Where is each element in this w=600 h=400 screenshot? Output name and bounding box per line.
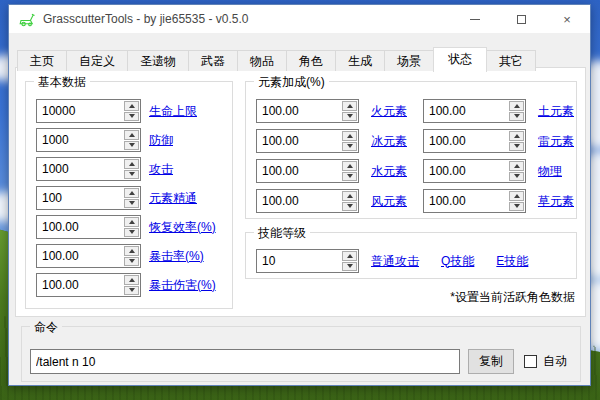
spinner-value[interactable]: 100.00: [257, 100, 341, 122]
spinner-up-icon[interactable]: [124, 275, 139, 285]
spinner-down-icon[interactable]: [509, 172, 524, 182]
minimize-button[interactable]: [452, 5, 498, 33]
spinner-up-icon[interactable]: [342, 191, 357, 201]
spinner-down-icon[interactable]: [342, 172, 357, 182]
elemental-mastery-link[interactable]: 元素精通: [149, 190, 197, 207]
anemo-link[interactable]: 风元素: [371, 193, 423, 210]
spinner-up-icon[interactable]: [342, 131, 357, 141]
spinner-up-icon[interactable]: [124, 130, 139, 140]
maximize-button[interactable]: [498, 5, 544, 33]
spinner-up-icon[interactable]: [124, 217, 139, 227]
pyro-bonus-spinner[interactable]: 100.00: [256, 99, 359, 123]
crit-rate-link[interactable]: 暴击率(%): [149, 248, 204, 265]
spinner-up-icon[interactable]: [342, 101, 357, 111]
copy-button[interactable]: 复制: [468, 349, 514, 374]
energy-recharge-link[interactable]: 恢复效率(%): [149, 219, 216, 236]
skill-level-spinner[interactable]: 10: [256, 249, 359, 273]
spinner-down-icon[interactable]: [124, 141, 139, 151]
spinner-value[interactable]: 100.00: [37, 274, 123, 296]
spinner-down-icon[interactable]: [124, 199, 139, 209]
electro-bonus-spinner[interactable]: 100.00: [423, 129, 526, 153]
geo-link[interactable]: 土元素: [538, 103, 574, 120]
spinner-value[interactable]: 100.00: [257, 130, 341, 152]
hydro-bonus-spinner[interactable]: 100.00: [256, 159, 359, 183]
q-skill-link[interactable]: Q技能: [441, 253, 474, 270]
hydro-link[interactable]: 水元素: [371, 163, 423, 180]
physical-bonus-spinner[interactable]: 100.00: [423, 159, 526, 183]
tab-spawn[interactable]: 生成: [335, 50, 385, 71]
spinner-up-icon[interactable]: [124, 246, 139, 256]
spinner-value[interactable]: 100.00: [257, 160, 341, 182]
spinner-down-icon[interactable]: [509, 202, 524, 212]
spinner-up-icon[interactable]: [509, 131, 524, 141]
spinner-down-icon[interactable]: [124, 112, 139, 122]
defense-spinner[interactable]: 1000: [36, 128, 141, 152]
spinner-up-icon[interactable]: [124, 101, 139, 111]
spinner-down-icon[interactable]: [342, 262, 357, 272]
tab-items[interactable]: 物品: [237, 50, 287, 71]
normal-attack-link[interactable]: 普通攻击: [371, 253, 419, 270]
tab-home[interactable]: 主页: [17, 50, 67, 71]
spinner-up-icon[interactable]: [509, 191, 524, 201]
spinner-down-icon[interactable]: [124, 286, 139, 296]
hp-limit-spinner[interactable]: 10000: [36, 99, 141, 123]
spinner-down-icon[interactable]: [124, 257, 139, 267]
spinner-down-icon[interactable]: [124, 170, 139, 180]
spinner-value[interactable]: 1000: [37, 158, 123, 180]
spinner-value[interactable]: 100.00: [37, 216, 123, 238]
crit-rate-spinner[interactable]: 100.00: [36, 244, 141, 268]
physical-link[interactable]: 物理: [538, 163, 562, 180]
spinner-value[interactable]: 100.00: [424, 100, 508, 122]
command-input[interactable]: [30, 349, 460, 374]
attack-link[interactable]: 攻击: [149, 161, 173, 178]
auto-checkbox-label[interactable]: 自动: [543, 353, 567, 370]
defense-link[interactable]: 防御: [149, 132, 173, 149]
spinner-value[interactable]: 100.00: [257, 190, 341, 212]
hp-limit-link[interactable]: 生命上限: [149, 103, 197, 120]
spinner-value[interactable]: 100.00: [37, 245, 123, 267]
spinner-value[interactable]: 100.00: [424, 160, 508, 182]
tab-characters[interactable]: 角色: [286, 50, 336, 71]
auto-checkbox[interactable]: [524, 355, 537, 368]
tab-status-active[interactable]: 状态: [433, 47, 487, 72]
close-button[interactable]: ×: [544, 5, 590, 33]
spinner-down-icon[interactable]: [342, 142, 357, 152]
spinner-value[interactable]: 10: [257, 250, 341, 272]
spinner-up-icon[interactable]: [124, 159, 139, 169]
spinner-up-icon[interactable]: [509, 101, 524, 111]
spinner-up-icon[interactable]: [342, 161, 357, 171]
tab-artifacts[interactable]: 圣遗物: [127, 50, 189, 71]
crit-damage-link[interactable]: 暴击伤害(%): [149, 277, 216, 294]
dendro-link[interactable]: 草元素: [538, 193, 574, 210]
anemo-bonus-spinner[interactable]: 100.00: [256, 189, 359, 213]
spinner-value[interactable]: 100.00: [424, 130, 508, 152]
spinner-down-icon[interactable]: [509, 142, 524, 152]
spinner-up-icon[interactable]: [124, 188, 139, 198]
spinner-value[interactable]: 100.00: [424, 190, 508, 212]
tab-scene[interactable]: 场景: [384, 50, 434, 71]
cryo-bonus-spinner[interactable]: 100.00: [256, 129, 359, 153]
spinner-value[interactable]: 1000: [37, 129, 123, 151]
spinner-up-icon[interactable]: [342, 251, 357, 261]
spinner-value[interactable]: 100: [37, 187, 123, 209]
spinner-down-icon[interactable]: [342, 202, 357, 212]
spinner-down-icon[interactable]: [342, 112, 357, 122]
tab-weapons[interactable]: 武器: [188, 50, 238, 71]
spinner-up-icon[interactable]: [509, 161, 524, 171]
geo-bonus-spinner[interactable]: 100.00: [423, 99, 526, 123]
electro-link[interactable]: 雷元素: [538, 133, 574, 150]
crit-damage-spinner[interactable]: 100.00: [36, 273, 141, 297]
energy-recharge-spinner[interactable]: 100.00: [36, 215, 141, 239]
attack-spinner[interactable]: 1000: [36, 157, 141, 181]
elemental-mastery-spinner[interactable]: 100: [36, 186, 141, 210]
e-skill-link[interactable]: E技能: [496, 253, 528, 270]
tab-custom[interactable]: 自定义: [66, 50, 128, 71]
pyro-link[interactable]: 火元素: [371, 103, 423, 120]
title-bar[interactable]: GrasscutterTools - by jie65535 - v0.5.0 …: [9, 5, 590, 33]
dendro-bonus-spinner[interactable]: 100.00: [423, 189, 526, 213]
spinner-down-icon[interactable]: [509, 112, 524, 122]
spinner-value[interactable]: 10000: [37, 100, 123, 122]
cryo-link[interactable]: 冰元素: [371, 133, 423, 150]
spinner-down-icon[interactable]: [124, 228, 139, 238]
tab-misc[interactable]: 其它: [486, 50, 536, 71]
